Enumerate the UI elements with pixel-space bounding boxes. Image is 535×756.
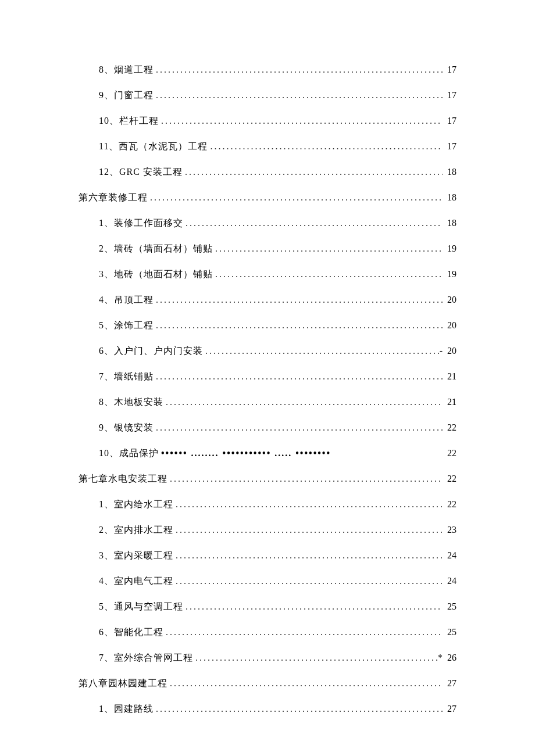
toc-leader-dots [154, 371, 443, 382]
toc-entry: 5、涂饰工程20 [79, 320, 456, 332]
toc-page-number: 18 [443, 167, 456, 177]
toc-leader-dots [154, 704, 443, 714]
toc-entry: 5、通风与空调工程25 [79, 601, 456, 613]
table-of-contents: 8、烟道工程179、门窗工程1710、栏杆工程1711、西瓦（水泥瓦）工程171… [79, 64, 456, 715]
toc-leader-dots [167, 474, 443, 484]
toc-leader-dots [163, 627, 443, 637]
toc-leader-dots [173, 576, 443, 586]
toc-page-number: 22 [443, 448, 456, 458]
toc-leader-dots [148, 192, 443, 203]
toc-page-number: 24 [443, 576, 456, 586]
toc-entry: 2、室内排水工程23 [79, 524, 456, 536]
toc-leader-dots [208, 141, 443, 152]
toc-label: 4、吊顶工程 [99, 294, 154, 306]
toc-label: 6、智能化工程 [99, 626, 163, 639]
toc-leader-dots [154, 90, 443, 101]
toc-entry: 第七章水电安装工程22 [79, 473, 456, 485]
toc-label: 9、银镜安装 [99, 422, 154, 434]
toc-page-number: 26 [443, 653, 456, 663]
toc-page-number: 22 [443, 474, 456, 484]
toc-entry: 8、木地板安装21 [79, 396, 456, 409]
toc-entry: 9、门窗工程17 [79, 89, 456, 102]
toc-page-number: 21 [443, 397, 456, 407]
toc-page-number: 27 [443, 678, 456, 689]
toc-label: 1、室内给水工程 [99, 499, 173, 511]
toc-leader-dots [173, 550, 443, 561]
toc-label: 第七章水电安装工程 [79, 473, 167, 485]
toc-leader-dots [154, 422, 443, 433]
toc-label: 1、装修工作面移交 [99, 217, 183, 230]
toc-leader-dots [193, 653, 438, 663]
toc-page-number: 27 [443, 704, 456, 714]
toc-entry: 9、银镜安装22 [79, 422, 456, 434]
toc-entry: 2、墙砖（墙面石材）铺贴19 [79, 243, 456, 255]
toc-leader-dots [213, 269, 443, 280]
toc-leader-dots [154, 65, 443, 75]
toc-label: 5、涂饰工程 [99, 320, 154, 332]
toc-entry: 3、室内采暖工程24 [79, 550, 456, 562]
toc-leader-dots [167, 678, 443, 689]
toc-page-number: 22 [443, 422, 456, 433]
toc-page-number: 18 [443, 218, 456, 228]
toc-leader-dots [163, 397, 443, 407]
toc-page-number: 17 [443, 90, 456, 101]
toc-label: 2、室内排水工程 [99, 524, 173, 536]
toc-page-number: 17 [443, 65, 456, 75]
toc-leader-dots: •••••• ........ ••••••••••• ..... ••••••… [159, 448, 443, 458]
toc-leader-dots [183, 167, 443, 177]
toc-page-number: 25 [443, 627, 456, 637]
toc-leader-dots [154, 295, 443, 305]
toc-leader-dots [213, 243, 443, 254]
toc-entry: 7、墙纸铺贴21 [79, 371, 456, 383]
toc-entry: 4、室内电气工程24 [79, 575, 456, 587]
toc-leader-dots [203, 346, 440, 356]
toc-entry: 1、室内给水工程22 [79, 499, 456, 511]
toc-label: 8、烟道工程 [99, 64, 154, 76]
toc-entry: 7、室外综合管网工程*26 [79, 652, 456, 664]
toc-entry: 11、西瓦（水泥瓦）工程17 [79, 141, 456, 153]
toc-page-number: 19 [443, 243, 456, 254]
toc-page-number: 25 [443, 601, 456, 612]
toc-label: 9、门窗工程 [99, 89, 154, 102]
toc-leader-dots [173, 499, 443, 510]
toc-entry: 12、GRC 安装工程18 [79, 166, 456, 178]
toc-leader-dots [154, 320, 443, 331]
toc-label: 4、室内电气工程 [99, 575, 173, 587]
toc-entry: 第六章装修工程18 [79, 192, 456, 204]
toc-label: 6、入户门、户内门安装 [99, 345, 203, 357]
toc-page-number: 23 [443, 525, 456, 535]
toc-page-number: 17 [443, 116, 456, 126]
toc-page-prefix: * [438, 653, 443, 663]
toc-label: 3、地砖（地面石材）铺贴 [99, 268, 213, 281]
toc-entry: 8、烟道工程17 [79, 64, 456, 76]
toc-leader-dots [183, 601, 443, 612]
toc-label: 10、成品保护 [99, 447, 159, 460]
toc-entry: 6、入户门、户内门安装-20 [79, 345, 456, 357]
toc-label: 8、木地板安装 [99, 396, 163, 409]
toc-page-number: 18 [443, 192, 456, 203]
toc-entry: 3、地砖（地面石材）铺贴19 [79, 268, 456, 281]
toc-leader-dots [173, 525, 443, 535]
toc-label: 10、栏杆工程 [99, 115, 159, 127]
toc-entry: 6、智能化工程25 [79, 626, 456, 639]
toc-label: 第八章园林园建工程 [79, 678, 167, 690]
toc-label: 12、GRC 安装工程 [99, 166, 183, 178]
toc-label: 7、墙纸铺贴 [99, 371, 154, 383]
toc-label: 11、西瓦（水泥瓦）工程 [99, 141, 208, 153]
toc-label: 第六章装修工程 [79, 192, 148, 204]
toc-page-number: 21 [443, 371, 456, 382]
toc-page-number: 17 [443, 141, 456, 152]
toc-page-number: 20 [443, 295, 456, 305]
toc-label: 1、园建路线 [99, 703, 154, 715]
toc-entry: 1、园建路线27 [79, 703, 456, 715]
toc-label: 2、墙砖（墙面石材）铺贴 [99, 243, 213, 255]
toc-page-number: 24 [443, 550, 456, 561]
toc-entry: 4、吊顶工程20 [79, 294, 456, 306]
toc-page-number: 20 [443, 346, 456, 356]
toc-page-number: 22 [443, 499, 456, 510]
toc-entry: 1、装修工作面移交18 [79, 217, 456, 230]
toc-entry: 第八章园林园建工程27 [79, 678, 456, 690]
toc-label: 3、室内采暖工程 [99, 550, 173, 562]
toc-label: 7、室外综合管网工程 [99, 652, 193, 664]
toc-label: 5、通风与空调工程 [99, 601, 183, 613]
